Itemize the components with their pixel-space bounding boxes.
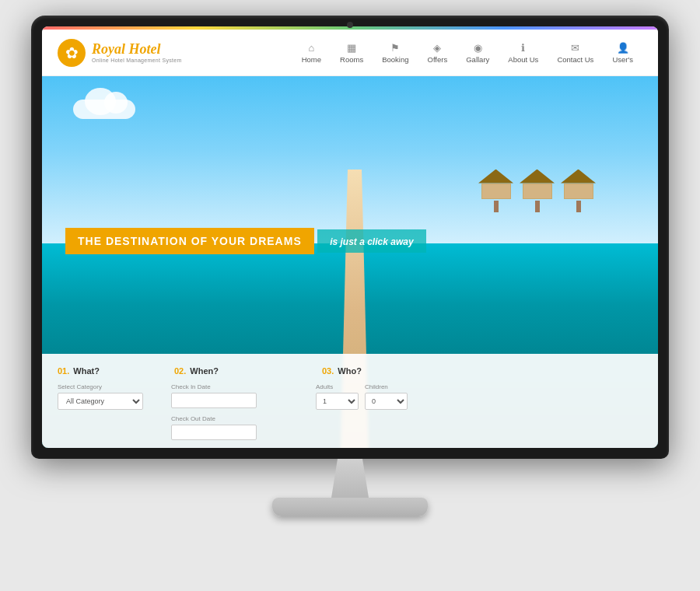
logo-sun-icon	[58, 39, 86, 67]
search-section: 01. What? 02. When?	[42, 354, 658, 448]
category-field-group: Select Category All Category Suite Stand…	[58, 383, 159, 410]
checkin-input[interactable]	[171, 393, 257, 408]
nav-users[interactable]: 👤 User's	[603, 39, 642, 67]
category-label: Select Category	[58, 383, 159, 390]
bungalow-roof	[520, 170, 555, 184]
rooms-icon: ▦	[347, 42, 356, 54]
monitor-base	[272, 498, 428, 516]
bungalow-body	[523, 184, 552, 199]
step-3-title: 03. Who?	[322, 366, 362, 376]
nav-about[interactable]: ℹ About Us	[499, 39, 548, 67]
hero-subtitle-box: is just a click away	[317, 229, 425, 253]
booking-icon: ⚑	[390, 42, 400, 54]
monitor-wrapper: Royal Hotel Online Hotel Management Syst…	[31, 16, 669, 575]
step-3-number: 03.	[322, 366, 334, 376]
guests-field-group: Adults 1 2 3 4	[316, 383, 432, 410]
gallery-icon: ◉	[474, 42, 482, 54]
hero-title: THE DESTINATION OF YOUR DREAMS	[78, 235, 302, 247]
step-3-header: 03. Who?	[322, 363, 439, 377]
children-group: Children 0 1 2 3	[365, 383, 408, 410]
logo-title: Royal Hotel	[92, 42, 182, 58]
bungalow-roof	[478, 170, 513, 184]
checkin-label: Check In Date	[171, 383, 303, 390]
bungalow-body	[564, 184, 593, 199]
users-icon: 👤	[617, 42, 629, 54]
nav-home[interactable]: ⌂ Home	[292, 39, 331, 67]
hero-text: THE DESTINATION OF YOUR DREAMS is just a…	[65, 228, 426, 259]
checkout-input[interactable]	[171, 425, 257, 440]
adults-children-group: Adults 1 2 3 4	[316, 383, 432, 410]
search-steps: 01. What? 02. When?	[58, 363, 642, 377]
step-2-label: When?	[190, 366, 219, 376]
children-label: Children	[365, 383, 408, 390]
logo-subtitle: Online Hotel Management System	[92, 58, 182, 63]
bungalow-body	[481, 184, 511, 199]
clouds	[73, 92, 166, 123]
bungalow-roof	[561, 170, 596, 184]
step-2-title: 02. When?	[174, 366, 219, 376]
checkout-label: Check Out Date	[171, 415, 303, 422]
nav-gallery-label: Gallary	[466, 55, 489, 64]
bungalows	[478, 170, 596, 212]
nav-offers[interactable]: ◈ Offers	[418, 39, 457, 67]
nav-rooms[interactable]: ▦ Rooms	[331, 39, 373, 67]
logo-section: Royal Hotel Online Hotel Management Syst…	[58, 39, 182, 67]
dates-field-group: Check In Date Check Out Date	[171, 383, 303, 440]
step-2-number: 02.	[174, 366, 186, 376]
step-1-header: 01. What?	[58, 363, 159, 377]
bungalow-2	[520, 170, 555, 212]
nav-links: ⌂ Home ▦ Rooms ⚑ Booking ◈	[205, 39, 642, 67]
children-select[interactable]: 0 1 2 3	[365, 393, 408, 410]
step-1-label: What?	[73, 366, 100, 376]
nav-booking-label: Booking	[382, 55, 408, 64]
bungalow-stilt	[535, 201, 540, 212]
nav-contact-label: Contact Us	[557, 55, 593, 64]
about-icon: ℹ	[521, 42, 525, 54]
bungalow-3	[561, 170, 596, 212]
adults-select[interactable]: 1 2 3 4	[316, 393, 359, 410]
offers-icon: ◈	[433, 42, 441, 54]
bungalow-stilt	[494, 201, 499, 212]
step-1-title: 01. What?	[58, 366, 100, 376]
bungalow-1	[478, 170, 513, 212]
nav-gallery[interactable]: ◉ Gallary	[457, 39, 499, 67]
search-fields: Select Category All Category Suite Stand…	[58, 383, 642, 440]
monitor-bezel: Royal Hotel Online Hotel Management Syst…	[42, 26, 658, 448]
step-3-label: Who?	[338, 366, 362, 376]
contact-icon: ✉	[571, 42, 579, 54]
nav-booking[interactable]: ⚑ Booking	[373, 39, 418, 67]
nav-contact[interactable]: ✉ Contact Us	[548, 39, 603, 67]
monitor-body: Royal Hotel Online Hotel Management Syst…	[31, 16, 669, 459]
step-2-header: 02. When?	[174, 363, 306, 377]
screen: Royal Hotel Online Hotel Management Syst…	[42, 26, 658, 448]
bungalow-stilt	[576, 201, 581, 212]
nav-home-label: Home	[302, 55, 321, 64]
adults-label: Adults	[316, 383, 359, 390]
home-icon: ⌂	[308, 42, 314, 54]
nav-rooms-label: Rooms	[340, 55, 363, 64]
adults-group: Adults 1 2 3 4	[316, 383, 359, 410]
hero-section: THE DESTINATION OF YOUR DREAMS is just a…	[42, 76, 658, 448]
cloud	[73, 100, 135, 119]
category-select[interactable]: All Category Suite Standard Deluxe	[58, 393, 143, 410]
monitor-neck	[319, 459, 381, 498]
nav-users-label: User's	[612, 55, 633, 64]
nav-offers-label: Offers	[428, 55, 448, 64]
navbar: Royal Hotel Online Hotel Management Syst…	[42, 30, 658, 76]
step-1-number: 01.	[58, 366, 69, 376]
logo-text: Royal Hotel Online Hotel Management Syst…	[92, 42, 182, 63]
nav-about-label: About Us	[508, 55, 538, 64]
hero-title-box: THE DESTINATION OF YOUR DREAMS	[65, 228, 314, 254]
hero-subtitle: is just a click away	[330, 236, 413, 247]
